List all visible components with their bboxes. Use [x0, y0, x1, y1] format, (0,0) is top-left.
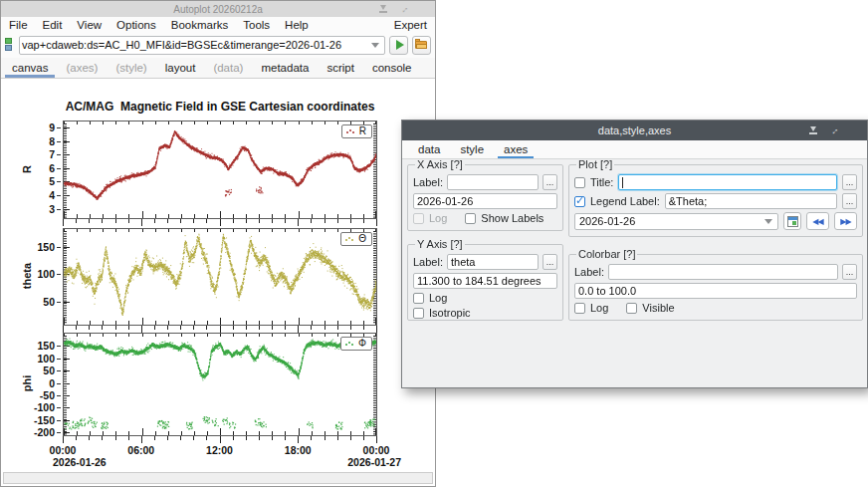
- expert-menu[interactable]: Expert: [394, 19, 427, 31]
- x-show-labels-label: Show Labels: [481, 212, 543, 224]
- y-label-field[interactable]: [447, 254, 539, 270]
- colorbar-range-input[interactable]: [575, 285, 856, 297]
- colorbar-group-title: Colorbar [?]: [576, 248, 637, 260]
- legend-label-input[interactable]: [666, 195, 836, 207]
- next-interval-button[interactable]: [834, 212, 857, 230]
- tab-metadata[interactable]: metadata: [252, 59, 318, 78]
- plot-panel-phi[interactable]: Φ: [63, 333, 377, 436]
- y-isotropic-label: Isotropic: [429, 307, 471, 319]
- window-menu-icon[interactable]: [849, 124, 861, 136]
- x-label-caption: Label:: [413, 176, 443, 188]
- menu-help[interactable]: Help: [285, 19, 309, 31]
- y-tick-label: 4: [27, 189, 55, 201]
- y-tick-mark: [57, 247, 61, 248]
- x-label-field[interactable]: [447, 174, 539, 190]
- uri-field-wrap[interactable]: [19, 36, 385, 55]
- legend-label: Φ: [358, 338, 366, 349]
- autoplot-window: Autoplot 20260212a ↔ FileEditViewOptions…: [0, 0, 436, 487]
- plot-title-more-button[interactable]: ...: [842, 174, 857, 190]
- menubar: FileEditViewOptionsBookmarksToolsHelp Ex…: [1, 17, 435, 32]
- plot-canvas-theta[interactable]: [64, 229, 376, 325]
- plot-title-field[interactable]: [618, 174, 837, 190]
- window-menu-icon[interactable]: [419, 3, 431, 15]
- plot-title-input[interactable]: [619, 176, 836, 188]
- x-range-input[interactable]: [414, 195, 556, 207]
- main-titlebar[interactable]: Autoplot 20260212a ↔: [1, 1, 435, 17]
- go-button[interactable]: [389, 36, 408, 55]
- dialog-tab-axes[interactable]: axes: [494, 141, 538, 158]
- x-tick-label: 00:00: [354, 444, 398, 456]
- colorbar-more-button[interactable]: ...: [842, 264, 857, 280]
- colorbar-log-checkbox[interactable]: [574, 303, 585, 314]
- plot-panel-theta[interactable]: Θ: [63, 228, 377, 326]
- tab-layout[interactable]: layout: [156, 59, 205, 78]
- calendar-button[interactable]: [783, 212, 801, 230]
- combo-dropdown-icon[interactable]: [764, 219, 772, 224]
- x-show-labels-checkbox[interactable]: [465, 213, 476, 224]
- pin-window-icon[interactable]: [807, 124, 819, 136]
- menu-edit[interactable]: Edit: [43, 19, 63, 31]
- resize-window-icon[interactable]: ↔: [826, 122, 843, 139]
- y-log-checkbox[interactable]: [413, 293, 424, 304]
- plot-canvas-r[interactable]: [64, 122, 376, 218]
- timerange-combo[interactable]: 2026-01-26: [574, 213, 778, 230]
- legend-theta[interactable]: Θ: [340, 232, 372, 246]
- y-tick-mark: [57, 370, 61, 371]
- pin-window-icon[interactable]: [377, 3, 389, 15]
- legend-label-more-button[interactable]: ...: [842, 193, 857, 209]
- colorbar-label-caption: Label:: [574, 266, 604, 278]
- tab-data[interactable]: (data): [204, 59, 252, 78]
- plot-canvas-phi[interactable]: [64, 334, 376, 435]
- uri-input[interactable]: [22, 39, 368, 51]
- y-tick-mark: [57, 432, 61, 433]
- menu-view[interactable]: View: [77, 19, 102, 31]
- folder-icon: [415, 40, 428, 50]
- menu-file[interactable]: File: [9, 19, 28, 31]
- legend-label-field[interactable]: [665, 193, 837, 209]
- plot-panel-r[interactable]: R: [63, 121, 377, 219]
- colorbar-range-field[interactable]: [574, 283, 857, 299]
- y-range-input[interactable]: [414, 275, 556, 287]
- x-range-field[interactable]: [413, 193, 557, 209]
- dialog-tab-style[interactable]: style: [450, 141, 494, 158]
- y-range-field[interactable]: [413, 273, 557, 289]
- legend-phi[interactable]: Φ: [340, 337, 372, 351]
- plot-title-caption: Title:: [590, 176, 613, 188]
- y-label-input[interactable]: [448, 256, 538, 268]
- dialog-tabbar: datastyleaxes: [402, 140, 867, 159]
- tab-script[interactable]: script: [318, 59, 362, 78]
- colorbar-group: Colorbar [?] Label: ... Log Visible: [568, 248, 863, 321]
- y-isotropic-checkbox[interactable]: [413, 308, 424, 319]
- tab-style[interactable]: (style): [107, 59, 155, 78]
- inspect-button[interactable]: [412, 36, 431, 55]
- y-tick-label: -100: [27, 401, 55, 413]
- previous-interval-button[interactable]: [806, 212, 829, 230]
- tab-canvas[interactable]: canvas: [3, 59, 57, 78]
- x-tick-label: 12:00: [198, 444, 242, 456]
- dialog-titlebar[interactable]: data,style,axes ↔: [402, 121, 867, 140]
- colorbar-label-input[interactable]: [609, 266, 837, 278]
- resize-window-icon[interactable]: ↔: [396, 1, 413, 18]
- y-label-caption: Label:: [413, 256, 443, 268]
- menu-bookmarks[interactable]: Bookmarks: [171, 19, 229, 31]
- x-log-checkbox[interactable]: [413, 213, 424, 224]
- dialog-tab-data[interactable]: data: [408, 141, 450, 158]
- y-axis-group: Y Axis [?] Label: ... Log Isotropic: [407, 238, 563, 321]
- status-bar: [3, 472, 433, 484]
- y-axis-label-R: R: [21, 149, 33, 189]
- tab-axes[interactable]: (axes): [57, 59, 107, 78]
- menu-tools[interactable]: Tools: [243, 19, 270, 31]
- x-label-input[interactable]: [448, 176, 538, 188]
- x-label-more-button[interactable]: ...: [542, 174, 557, 190]
- y-log-label: Log: [429, 292, 447, 304]
- plot-title-checkbox[interactable]: [574, 177, 585, 188]
- tab-console[interactable]: console: [363, 59, 421, 78]
- x-tick-label: 18:00: [276, 444, 320, 456]
- menu-options[interactable]: Options: [116, 19, 156, 31]
- legend-label-checkbox[interactable]: [574, 196, 585, 207]
- uri-dropdown-icon[interactable]: [371, 43, 379, 48]
- legend-r[interactable]: R: [341, 124, 372, 138]
- y-label-more-button[interactable]: ...: [542, 254, 557, 270]
- colorbar-visible-checkbox[interactable]: [626, 303, 637, 314]
- colorbar-label-field[interactable]: [608, 264, 838, 280]
